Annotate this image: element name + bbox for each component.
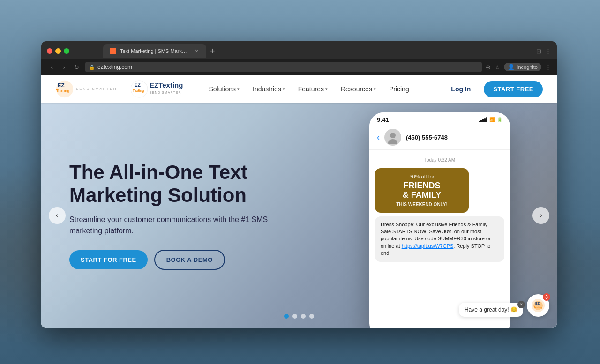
book-demo-button[interactable]: BOOK A DEMO bbox=[154, 250, 225, 270]
svg-text:EZ: EZ bbox=[58, 82, 65, 89]
promo-title: FRIENDS & FAMILY bbox=[382, 181, 462, 200]
browser-toolbar-right: ⊡ ⋮ bbox=[536, 48, 551, 55]
nav-links: Solutions ▾ Industries ▾ Features ▾ Reso… bbox=[203, 82, 443, 97]
logo-icon: EZ Texting bbox=[55, 80, 74, 98]
carousel-dot-4[interactable] bbox=[309, 314, 314, 319]
carousel-dot-3[interactable] bbox=[301, 314, 306, 319]
chat-bubble-text: Have a great day! 😊 bbox=[459, 303, 523, 317]
phone-back-button[interactable]: ‹ bbox=[377, 133, 380, 142]
address-bar-icons: ⊗ ☆ 👤 Incognito ⋮ bbox=[486, 63, 551, 71]
promo-top-text: 30% off for bbox=[382, 174, 462, 179]
navbar: EZ Texting SEND SMARTER EZ Texting EZTex… bbox=[41, 75, 557, 103]
nav-industries[interactable]: Industries ▾ bbox=[247, 82, 291, 97]
hero-section: ‹ The All-in-One Text Marketing Solution… bbox=[41, 103, 557, 328]
nav-buttons: ‹ › ↻ bbox=[47, 62, 82, 72]
svg-point-9 bbox=[388, 139, 398, 144]
battery-icon: 🔋 bbox=[497, 117, 502, 122]
nav-actions: Log In START FREE bbox=[443, 81, 543, 97]
svg-text:EZTexting: EZTexting bbox=[150, 81, 183, 89]
solutions-chevron: ▾ bbox=[237, 87, 240, 91]
browser-chrome: Text Marketing | SMS Marketin... ✕ + ⊡ ⋮… bbox=[41, 41, 557, 75]
industries-label: Industries bbox=[253, 85, 281, 93]
contact-phone-number: (450) 555-6748 bbox=[406, 134, 448, 141]
features-label: Features bbox=[298, 85, 324, 93]
menu-icon[interactable]: ⋮ bbox=[545, 48, 551, 55]
window-controls-icon: ⊡ bbox=[536, 48, 541, 55]
hero-title: The All-in-One Text Marketing Solution bbox=[69, 161, 276, 207]
hero-subtitle: Streamline your customer communications … bbox=[69, 214, 276, 237]
logo-tagline: SEND SMARTER bbox=[76, 87, 117, 91]
logo-full[interactable]: EZ Texting EZTexting SEND SMARTER bbox=[131, 79, 192, 99]
logo[interactable]: EZ Texting SEND SMARTER bbox=[55, 80, 117, 98]
tab-bar: Text Marketing | SMS Marketin... ✕ + bbox=[75, 44, 536, 58]
chat-icon-svg: EZ Texting bbox=[531, 298, 546, 313]
wifi-icon: 📶 bbox=[489, 117, 495, 122]
chat-badge-count: 3 bbox=[543, 293, 550, 301]
message-link[interactable]: https://tapit.us/W7CPS bbox=[402, 243, 454, 249]
resources-label: Resources bbox=[341, 85, 372, 93]
chat-icon-button[interactable]: 3 EZ Texting bbox=[527, 294, 549, 317]
tab-favicon bbox=[110, 48, 116, 54]
svg-text:EZ: EZ bbox=[535, 302, 540, 305]
tab-title: Text Marketing | SMS Marketin... bbox=[120, 48, 189, 54]
minimize-window-button[interactable] bbox=[55, 48, 61, 54]
close-window-button[interactable] bbox=[47, 48, 52, 54]
start-for-free-button[interactable]: START FOR FREE bbox=[69, 250, 148, 269]
tab-close-button[interactable]: ✕ bbox=[193, 48, 200, 54]
browser-window: Text Marketing | SMS Marketin... ✕ + ⊡ ⋮… bbox=[41, 41, 557, 328]
svg-point-8 bbox=[390, 133, 396, 138]
promo-sub-text: THIS WEEKEND ONLY! bbox=[382, 202, 462, 207]
chat-bubble-container: Have a great day! 😊 ✕ bbox=[459, 303, 523, 317]
new-tab-button[interactable]: + bbox=[206, 47, 219, 55]
svg-text:Texting: Texting bbox=[133, 89, 144, 93]
reload-button[interactable]: ↻ bbox=[71, 62, 82, 72]
eztexting-logo-svg: EZ Texting EZTexting SEND SMARTER bbox=[131, 79, 192, 99]
carousel-dot-2[interactable] bbox=[292, 314, 297, 319]
hero-buttons: START FOR FREE BOOK A DEMO bbox=[69, 250, 276, 270]
nav-resources[interactable]: Resources ▾ bbox=[335, 82, 382, 97]
logo-text: SEND SMARTER bbox=[76, 87, 117, 91]
forward-button[interactable]: › bbox=[59, 62, 69, 72]
left-arrow-icon: ‹ bbox=[56, 211, 58, 220]
url-bar[interactable]: 🔒 eztexting.com bbox=[85, 62, 482, 72]
phone-messages: Today 0:32 AM 30% off for FRIENDS & FAMI… bbox=[369, 150, 510, 266]
incognito-label: Incognito bbox=[517, 64, 538, 70]
carousel-dot-1[interactable] bbox=[284, 314, 289, 319]
website-content: EZ Texting SEND SMARTER EZ Texting EZTex… bbox=[41, 75, 557, 328]
traffic-lights bbox=[47, 48, 69, 54]
start-free-nav-button[interactable]: START FREE bbox=[484, 81, 543, 97]
features-chevron: ▾ bbox=[325, 87, 328, 91]
nav-pricing[interactable]: Pricing bbox=[383, 82, 415, 97]
back-button[interactable]: ‹ bbox=[47, 62, 57, 72]
carousel-prev-button[interactable]: ‹ bbox=[49, 207, 66, 224]
phone-time: 9:41 bbox=[377, 116, 389, 123]
media-icon[interactable]: ⊗ bbox=[486, 64, 491, 71]
login-button[interactable]: Log In bbox=[443, 82, 478, 97]
svg-text:Texting: Texting bbox=[56, 89, 69, 93]
phone-status-bar: 9:41 📶 🔋 bbox=[369, 112, 510, 125]
promo-image-card: 30% off for FRIENDS & FAMILY THIS WEEKEN… bbox=[375, 168, 469, 213]
resources-chevron: ▾ bbox=[374, 87, 376, 91]
chat-close-button[interactable]: ✕ bbox=[518, 301, 525, 308]
signal-icon bbox=[479, 117, 488, 122]
svg-text:EZ: EZ bbox=[135, 82, 141, 88]
title-bar: Text Marketing | SMS Marketin... ✕ + ⊡ ⋮ bbox=[41, 41, 557, 59]
bookmark-icon[interactable]: ☆ bbox=[495, 64, 500, 71]
lock-icon: 🔒 bbox=[89, 65, 95, 70]
maximize-window-button[interactable] bbox=[64, 48, 69, 54]
text-message-bubble: Dress Shoppe: Our exclusive Friends & Fa… bbox=[375, 216, 504, 262]
right-arrow-icon: › bbox=[540, 211, 542, 220]
phone-status-icons: 📶 🔋 bbox=[479, 117, 502, 122]
industries-chevron: ▾ bbox=[283, 87, 285, 91]
active-tab[interactable]: Text Marketing | SMS Marketin... ✕ bbox=[103, 44, 206, 58]
incognito-badge: 👤 Incognito bbox=[504, 63, 541, 71]
nav-solutions[interactable]: Solutions ▾ bbox=[203, 82, 245, 97]
carousel-next-button[interactable]: › bbox=[532, 207, 549, 224]
more-options-icon[interactable]: ⋮ bbox=[545, 64, 551, 71]
solutions-label: Solutions bbox=[209, 85, 236, 93]
contact-avatar bbox=[384, 129, 401, 146]
nav-features[interactable]: Features ▾ bbox=[292, 82, 333, 97]
pricing-label: Pricing bbox=[389, 85, 409, 93]
url-text: eztexting.com bbox=[98, 64, 132, 70]
phone-header: ‹ (450) 555-6748 bbox=[369, 125, 510, 150]
